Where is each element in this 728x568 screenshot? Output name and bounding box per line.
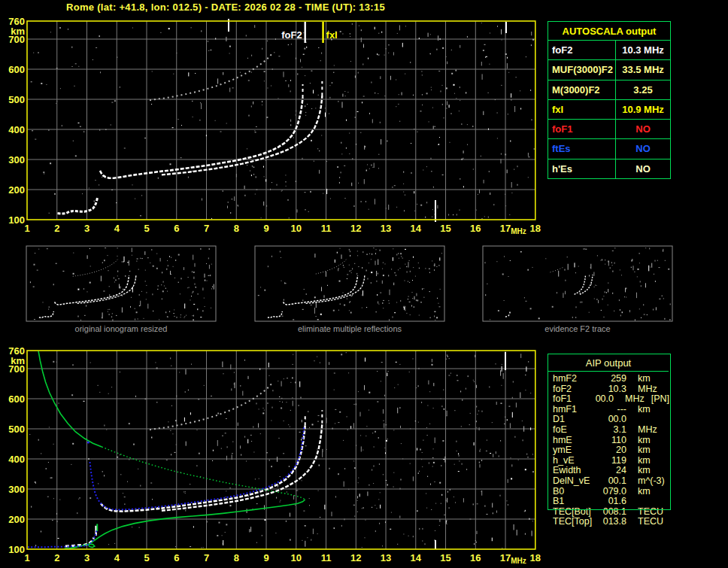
noise-speck bbox=[129, 271, 130, 272]
noise-speck bbox=[360, 132, 361, 133]
noise-speck bbox=[598, 300, 599, 303]
noise-speck bbox=[459, 460, 460, 461]
noise-speck bbox=[579, 293, 581, 293]
noise-speck bbox=[280, 401, 281, 402]
noise-speck bbox=[396, 302, 397, 303]
noise-speck bbox=[235, 382, 235, 388]
noise-speck bbox=[366, 426, 367, 427]
noise-speck bbox=[290, 124, 291, 126]
noise-speck bbox=[520, 90, 520, 91]
noise-speck bbox=[111, 102, 113, 103]
noise-speck bbox=[437, 298, 438, 299]
noise-speck bbox=[384, 424, 384, 428]
noise-speck bbox=[467, 124, 468, 125]
noise-speck bbox=[318, 47, 319, 48]
noise-speck bbox=[463, 498, 464, 503]
noise-speck bbox=[525, 533, 526, 535]
noise-speck bbox=[120, 287, 120, 289]
noise-speck bbox=[120, 372, 120, 372]
noise-speck bbox=[293, 319, 294, 320]
noise-speck bbox=[481, 491, 482, 496]
noise-speck bbox=[282, 190, 283, 191]
noise-speck bbox=[378, 260, 378, 266]
noise-speck bbox=[423, 170, 423, 171]
noise-speck bbox=[223, 540, 223, 545]
noise-speck bbox=[393, 317, 393, 318]
noise-speck bbox=[641, 317, 642, 318]
aip-row-B1: B101.6 bbox=[548, 497, 669, 507]
noise-speck bbox=[200, 317, 202, 317]
noise-speck bbox=[383, 275, 384, 276]
noise-speck bbox=[348, 372, 349, 373]
param-value: 119 bbox=[599, 456, 626, 466]
noise-speck bbox=[514, 169, 514, 170]
noise-speck bbox=[350, 270, 351, 271]
noise-speck bbox=[175, 260, 176, 261]
noise-speck bbox=[663, 298, 664, 299]
noise-speck bbox=[488, 217, 489, 218]
noise-speck bbox=[255, 194, 256, 195]
noise-speck bbox=[372, 119, 373, 123]
param-value: 008.1 bbox=[599, 507, 626, 518]
noise-speck bbox=[378, 273, 378, 275]
noise-speck bbox=[337, 252, 338, 254]
x-tick-label: 17 bbox=[500, 223, 511, 234]
noise-speck bbox=[372, 507, 372, 508]
noise-speck bbox=[262, 48, 262, 50]
noise-speck bbox=[382, 302, 383, 304]
noise-speck bbox=[321, 287, 322, 291]
noise-speck bbox=[438, 144, 439, 145]
noise-speck bbox=[401, 479, 402, 481]
noise-speck bbox=[350, 36, 350, 37]
noise-speck bbox=[151, 437, 152, 439]
noise-speck bbox=[195, 263, 196, 267]
noise-speck bbox=[361, 29, 362, 31]
noise-speck bbox=[381, 32, 382, 33]
noise-speck bbox=[141, 291, 142, 292]
noise-speck bbox=[290, 80, 291, 81]
noise-speck bbox=[529, 518, 529, 520]
noise-speck bbox=[248, 376, 249, 379]
noise-speck bbox=[302, 158, 303, 159]
noise-speck bbox=[296, 111, 296, 112]
noise-speck bbox=[504, 257, 505, 257]
noise-speck bbox=[303, 54, 305, 55]
noise-speck bbox=[380, 122, 381, 123]
noise-speck bbox=[414, 211, 415, 211]
noise-speck bbox=[49, 427, 50, 427]
noise-speck bbox=[503, 373, 504, 379]
noise-speck bbox=[388, 371, 389, 372]
noise-speck bbox=[374, 163, 375, 169]
noise-speck bbox=[291, 44, 292, 44]
noise-speck bbox=[212, 460, 213, 461]
noise-speck bbox=[435, 530, 435, 531]
noise-speck bbox=[83, 289, 84, 290]
noise-speck bbox=[251, 55, 252, 56]
noise-speck bbox=[432, 108, 433, 108]
noise-speck bbox=[339, 412, 341, 412]
noise-speck bbox=[172, 127, 174, 128]
autoscala-row-MUF3000F2: MUF(3000)F233.5 MHz bbox=[548, 60, 670, 80]
noise-speck bbox=[490, 193, 490, 195]
noise-speck bbox=[176, 53, 177, 53]
noise-speck bbox=[648, 266, 649, 272]
noise-speck bbox=[44, 174, 44, 175]
noise-speck bbox=[266, 452, 268, 453]
noise-speck bbox=[436, 317, 438, 318]
noise-speck bbox=[434, 315, 435, 317]
noise-speck bbox=[596, 285, 597, 286]
noise-speck bbox=[171, 405, 172, 406]
noise-speck bbox=[349, 265, 350, 266]
noise-speck bbox=[489, 386, 490, 387]
noise-speck bbox=[512, 397, 513, 399]
noise-speck bbox=[74, 86, 75, 87]
noise-speck bbox=[622, 311, 623, 313]
noise-speck bbox=[232, 453, 233, 454]
noise-speck bbox=[156, 367, 158, 369]
noise-speck bbox=[619, 299, 620, 301]
noise-speck bbox=[442, 85, 443, 86]
noise-speck bbox=[290, 382, 291, 383]
noise-speck bbox=[670, 303, 671, 305]
noise-speck bbox=[275, 533, 276, 533]
noise-speck bbox=[411, 172, 412, 174]
